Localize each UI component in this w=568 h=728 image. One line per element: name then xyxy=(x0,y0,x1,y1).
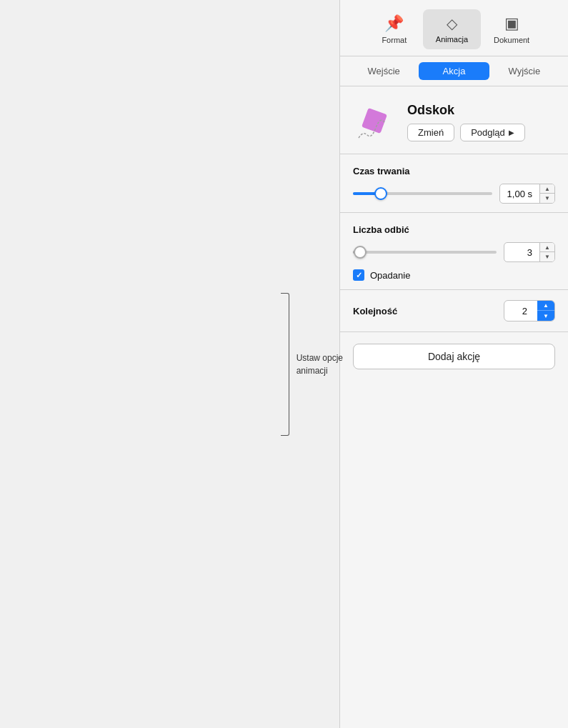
bounces-value[interactable]: 3 xyxy=(504,245,539,260)
play-icon: ▶ xyxy=(509,129,514,136)
bounces-up[interactable]: ▲ xyxy=(540,243,554,252)
format-icon: 📌 xyxy=(384,14,404,33)
czas-trwania-label: Czas trwania xyxy=(353,166,555,176)
animacja-label: Animacja xyxy=(436,35,468,44)
opadanie-row: ✓ Opadanie xyxy=(353,269,555,281)
opadanie-label: Opadanie xyxy=(370,270,410,281)
outer-wrapper: Ustaw opcje animacji 📌 Format ◇ Animacja… xyxy=(0,0,568,728)
animation-header: Odskok Zmień Podgląd ▶ xyxy=(340,86,568,154)
tab-wyjscie[interactable]: Wyjście xyxy=(489,62,559,80)
tab-dokument[interactable]: ▣ Dokument xyxy=(481,9,542,50)
czas-trwania-row: 1,00 s ▲ ▼ xyxy=(353,184,555,204)
add-action-button[interactable]: Dodaj akcję xyxy=(353,344,555,369)
liczba-odbic-slider[interactable] xyxy=(353,251,497,254)
liczba-odbic-section: Liczba odbić 3 ▲ ▼ ✓ xyxy=(340,213,568,289)
kolejnosc-row: Kolejność 2 ▲ ▼ xyxy=(340,290,568,331)
callout-text: Ustaw opcje animacji xyxy=(297,351,343,377)
dokument-label: Dokument xyxy=(494,36,529,44)
duration-up[interactable]: ▲ xyxy=(540,184,554,194)
bounces-arrows: ▲ ▼ xyxy=(539,243,554,261)
callout-annotation: Ustaw opcje animacji xyxy=(281,293,343,436)
kolejnosc-stepper: 2 ▲ ▼ xyxy=(504,300,555,321)
callout-bracket xyxy=(281,293,289,436)
kolejnosc-up[interactable]: ▲ xyxy=(537,301,554,311)
side-panel: 📌 Format ◇ Animacja ▣ Dokument Wejście A… xyxy=(339,0,568,728)
secondary-tabs: Wejście Akcja Wyjście xyxy=(340,56,568,86)
preview-button[interactable]: Podgląd ▶ xyxy=(460,124,525,141)
czas-trwania-section: Czas trwania 1,00 s ▲ ▼ xyxy=(340,154,568,212)
format-label: Format xyxy=(382,36,407,44)
tab-akcja[interactable]: Akcja xyxy=(419,62,489,80)
liczba-odbic-row: 3 ▲ ▼ xyxy=(353,242,555,262)
divider-4 xyxy=(340,331,568,332)
kolejnosc-down[interactable]: ▼ xyxy=(537,311,554,321)
kolejnosc-label: Kolejność xyxy=(353,306,397,316)
animation-name: Odskok xyxy=(407,103,525,118)
czas-trwania-slider[interactable] xyxy=(353,192,492,195)
check-icon: ✓ xyxy=(356,271,362,279)
slider-thumb-bounces[interactable] xyxy=(354,246,367,259)
duration-value[interactable]: 1,00 s xyxy=(500,186,539,201)
kolejnosc-arrows: ▲ ▼ xyxy=(537,301,554,321)
change-button[interactable]: Zmień xyxy=(407,124,454,141)
duration-stepper: 1,00 s ▲ ▼ xyxy=(499,184,555,204)
opadanie-checkbox[interactable]: ✓ xyxy=(353,269,364,281)
tab-format[interactable]: 📌 Format xyxy=(366,9,423,50)
toolbar: 📌 Format ◇ Animacja ▣ Dokument xyxy=(340,0,568,56)
slider-thumb-duration[interactable] xyxy=(374,187,387,200)
dokument-icon: ▣ xyxy=(504,14,519,33)
tab-wejscie[interactable]: Wejście xyxy=(349,62,419,80)
bounces-down[interactable]: ▼ xyxy=(540,252,554,261)
duration-arrows: ▲ ▼ xyxy=(539,184,554,203)
animation-icon xyxy=(353,101,396,144)
duration-down[interactable]: ▼ xyxy=(540,194,554,203)
bounces-stepper: 3 ▲ ▼ xyxy=(504,242,555,262)
animation-buttons: Zmień Podgląd ▶ xyxy=(407,124,525,141)
liczba-odbic-label: Liczba odbić xyxy=(353,224,555,235)
animacja-icon: ◇ xyxy=(447,15,457,32)
tab-animacja[interactable]: ◇ Animacja xyxy=(423,9,481,49)
kolejnosc-value[interactable]: 2 xyxy=(504,303,537,319)
animation-info: Odskok Zmień Podgląd ▶ xyxy=(407,103,525,141)
